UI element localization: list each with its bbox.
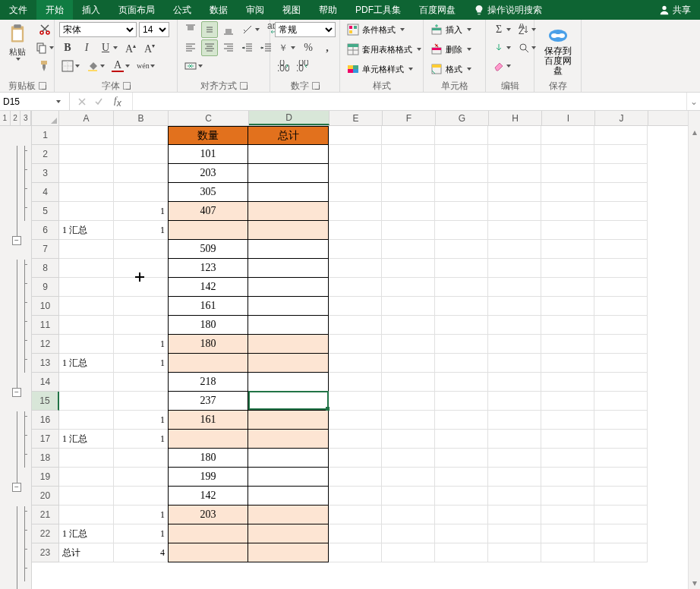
decrease-decimal-button[interactable]: .00.0 [294, 58, 311, 74]
percent-button[interactable]: % [300, 40, 317, 55]
cell[interactable] [329, 411, 382, 430]
copy-button[interactable] [33, 39, 56, 56]
cell[interactable] [435, 524, 488, 543]
cell[interactable]: 203 [168, 164, 248, 183]
row-header[interactable]: 12 [32, 335, 59, 354]
cell[interactable] [248, 221, 329, 240]
cell[interactable] [59, 240, 114, 259]
cell[interactable] [114, 126, 169, 145]
cell[interactable] [594, 164, 648, 183]
cell[interactable] [435, 506, 488, 524]
cell[interactable] [541, 354, 594, 373]
cell[interactable] [541, 126, 594, 145]
cell[interactable] [382, 183, 435, 202]
delete-cells-button[interactable]: 删除 [428, 41, 474, 58]
dialog-launcher-icon[interactable] [240, 82, 248, 90]
cell[interactable] [594, 468, 648, 487]
col-header-A[interactable]: A [59, 111, 114, 125]
cell[interactable] [168, 354, 248, 373]
font-name-select[interactable]: 宋体 [59, 22, 137, 37]
row-header[interactable]: 18 [32, 449, 59, 468]
cell[interactable] [541, 449, 594, 468]
cell[interactable] [329, 487, 382, 506]
cell[interactable] [329, 164, 382, 183]
cell[interactable] [59, 278, 114, 297]
row-header[interactable]: 21 [32, 506, 59, 524]
cell[interactable] [114, 392, 169, 411]
cell[interactable] [382, 543, 435, 562]
cell[interactable] [488, 506, 541, 524]
cancel-formula-icon[interactable] [77, 97, 87, 106]
cell[interactable] [435, 240, 488, 259]
cell[interactable] [59, 164, 114, 183]
cell[interactable]: 305 [168, 183, 248, 202]
grid[interactable]: A B C D E F G H I J 1数量总计210132034305514… [32, 111, 688, 589]
cell[interactable] [594, 506, 648, 524]
cell[interactable] [382, 240, 435, 259]
increase-font-button[interactable]: A▴ [122, 39, 139, 57]
cell[interactable] [488, 430, 541, 449]
cell[interactable] [594, 183, 648, 202]
cell[interactable]: 180 [168, 449, 248, 468]
row-header[interactable]: 17 [32, 430, 59, 449]
cell[interactable]: 203 [168, 506, 248, 524]
cell[interactable] [248, 524, 329, 543]
cell[interactable] [168, 430, 248, 449]
cell[interactable]: 142 [168, 487, 248, 506]
col-header-F[interactable]: F [383, 111, 436, 125]
cell[interactable] [435, 278, 488, 297]
cell[interactable] [329, 221, 382, 240]
cell[interactable] [114, 297, 169, 316]
row-header[interactable]: 23 [32, 543, 59, 562]
cell[interactable] [594, 240, 648, 259]
cell[interactable]: 218 [168, 373, 248, 392]
cell[interactable] [114, 316, 169, 335]
cell[interactable] [114, 240, 169, 259]
decrease-indent-button[interactable] [239, 39, 256, 56]
row-header[interactable]: 1 [32, 126, 59, 145]
cell[interactable] [541, 392, 594, 411]
cell[interactable] [329, 335, 382, 354]
share-button[interactable]: 共享 [650, 0, 700, 20]
cell[interactable] [382, 430, 435, 449]
col-header-B[interactable]: B [114, 111, 169, 125]
row-header[interactable]: 8 [32, 259, 59, 278]
format-painter-button[interactable] [33, 58, 56, 74]
align-bottom-button[interactable] [220, 21, 237, 38]
cell[interactable] [541, 145, 594, 164]
cell[interactable] [541, 506, 594, 524]
cell[interactable] [594, 126, 648, 145]
cell[interactable] [248, 430, 329, 449]
cell[interactable] [248, 316, 329, 335]
row-header[interactable]: 3 [32, 164, 59, 183]
cell[interactable]: 1 [114, 524, 169, 543]
dialog-launcher-icon[interactable] [39, 82, 46, 90]
cell[interactable] [329, 449, 382, 468]
tab-file[interactable]: 文件 [0, 0, 36, 20]
cell[interactable] [248, 392, 329, 411]
cell[interactable] [594, 259, 648, 278]
row-header[interactable]: 16 [32, 411, 59, 430]
cell[interactable] [594, 392, 648, 411]
outline-level-1[interactable]: 1 [0, 111, 11, 125]
tab-home[interactable]: 开始 [36, 0, 73, 20]
outline-collapse-button[interactable]: − [12, 388, 21, 397]
increase-decimal-button[interactable]: .0.00 [275, 58, 292, 74]
cell[interactable]: 1 [114, 506, 169, 524]
align-middle-button[interactable] [201, 21, 218, 38]
cell[interactable] [382, 506, 435, 524]
phonetic-button[interactable]: wén [134, 58, 157, 74]
fx-icon[interactable]: fx [111, 94, 125, 109]
cell[interactable] [248, 506, 329, 524]
cell[interactable]: 1 汇总 [59, 524, 114, 543]
col-header-G[interactable]: G [436, 111, 489, 125]
cell[interactable] [488, 373, 541, 392]
cell[interactable] [59, 373, 114, 392]
cell[interactable] [488, 221, 541, 240]
cell[interactable] [114, 259, 169, 278]
cell[interactable] [541, 278, 594, 297]
merge-center-button[interactable] [182, 58, 205, 74]
cell[interactable]: 180 [168, 316, 248, 335]
cell[interactable] [114, 164, 169, 183]
col-header-H[interactable]: H [489, 111, 542, 125]
